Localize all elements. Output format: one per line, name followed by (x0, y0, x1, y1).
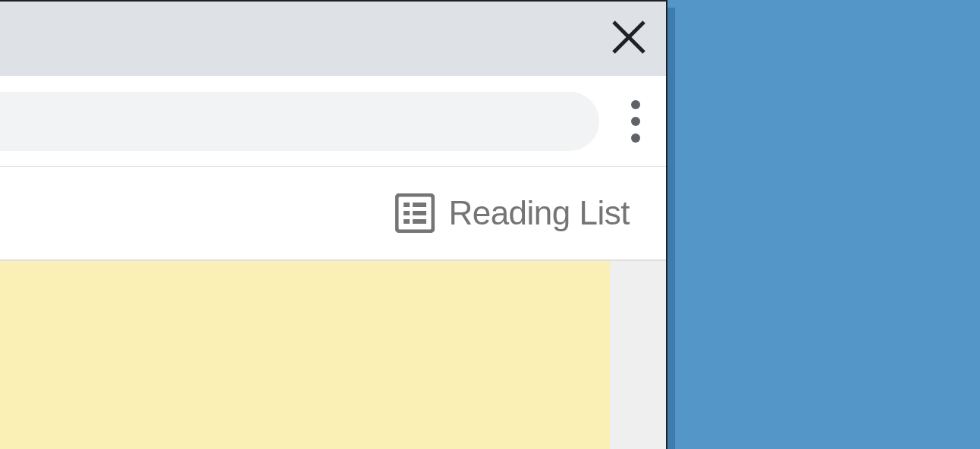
svg-rect-8 (413, 219, 426, 224)
close-button[interactable] (608, 18, 649, 59)
svg-rect-7 (404, 219, 410, 224)
page-content (0, 261, 610, 449)
reading-list-button[interactable]: Reading List (395, 193, 630, 233)
reading-list-icon (395, 193, 435, 233)
browser-window: Reading List (0, 0, 667, 449)
menu-button[interactable] (619, 99, 652, 144)
close-icon (611, 19, 647, 58)
svg-rect-6 (413, 211, 426, 215)
bookmarks-bar: Reading List (0, 167, 666, 261)
svg-rect-5 (404, 211, 410, 215)
window-titlebar (0, 2, 666, 76)
svg-rect-4 (413, 203, 426, 207)
browser-toolbar (0, 76, 666, 167)
address-bar[interactable] (0, 92, 599, 151)
more-vert-icon (631, 100, 640, 143)
svg-rect-3 (404, 203, 410, 207)
content-area (0, 261, 666, 449)
reading-list-label: Reading List (448, 194, 630, 232)
